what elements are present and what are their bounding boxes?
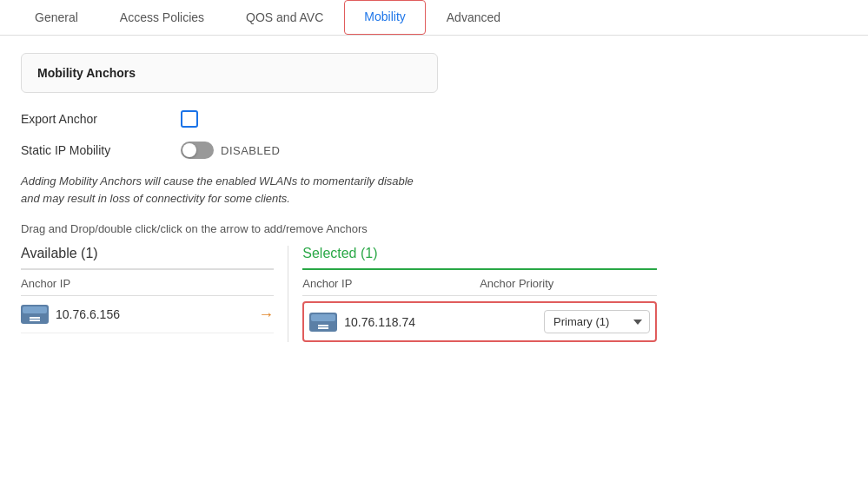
column-divider <box>288 246 288 342</box>
warning-text: Adding Mobility Anchors will cause the e… <box>21 173 507 207</box>
toggle-thumb <box>182 143 196 157</box>
tab-access-policies[interactable]: Access Policies <box>99 0 225 35</box>
tab-qos-avc[interactable]: QOS and AVC <box>225 0 344 35</box>
priority-select[interactable]: Primary (1) Secondary (2) Tertiary (3) <box>544 310 650 333</box>
static-ip-label: Static IP Mobility <box>21 143 160 157</box>
tab-bar: General Access Policies QOS and AVC Mobi… <box>0 0 868 36</box>
static-ip-toggle[interactable] <box>181 142 214 159</box>
available-anchor-row: 10.76.6.156 → <box>21 296 274 333</box>
selected-anchor-ip: 10.76.118.74 <box>344 315 537 329</box>
available-header: Available (1) <box>21 246 274 270</box>
main-content: Mobility Anchors Export Anchor Static IP… <box>0 36 678 359</box>
selected-header: Selected (1) <box>302 246 657 270</box>
drag-hint: Drag and Drop/double click/click on the … <box>21 222 657 235</box>
selected-anchor-icon <box>309 313 337 332</box>
export-anchor-label: Export Anchor <box>21 112 160 126</box>
available-anchor-ip: 10.76.6.156 <box>56 307 251 321</box>
tab-general[interactable]: General <box>14 0 99 35</box>
section-title: Mobility Anchors <box>37 66 421 80</box>
selected-subheader: Anchor IP Anchor Priority <box>302 270 657 296</box>
static-ip-toggle-wrap: DISABLED <box>181 142 280 159</box>
toggle-state-label: DISABLED <box>221 144 280 157</box>
selected-priority-header: Anchor Priority <box>480 277 657 290</box>
export-anchor-row: Export Anchor <box>21 110 657 128</box>
available-subheader: Anchor IP <box>21 270 274 296</box>
anchor-columns: Available (1) Anchor IP 10.76.6.156 → Se… <box>21 246 657 342</box>
tab-advanced[interactable]: Advanced <box>426 0 521 35</box>
selected-column: Selected (1) Anchor IP Anchor Priority 1… <box>302 246 657 342</box>
available-anchor-ip-header: Anchor IP <box>21 277 274 290</box>
selected-anchor-row: 10.76.118.74 Primary (1) Secondary (2) T… <box>302 301 657 342</box>
tab-mobility[interactable]: Mobility <box>344 0 425 35</box>
add-anchor-arrow[interactable]: → <box>258 306 274 324</box>
selected-anchor-ip-header: Anchor IP <box>302 277 480 290</box>
static-ip-row: Static IP Mobility DISABLED <box>21 142 657 159</box>
available-column: Available (1) Anchor IP 10.76.6.156 → <box>21 246 274 342</box>
mobility-anchors-section: Mobility Anchors <box>21 53 438 93</box>
export-anchor-checkbox[interactable] <box>181 110 198 128</box>
available-anchor-icon <box>21 305 49 324</box>
